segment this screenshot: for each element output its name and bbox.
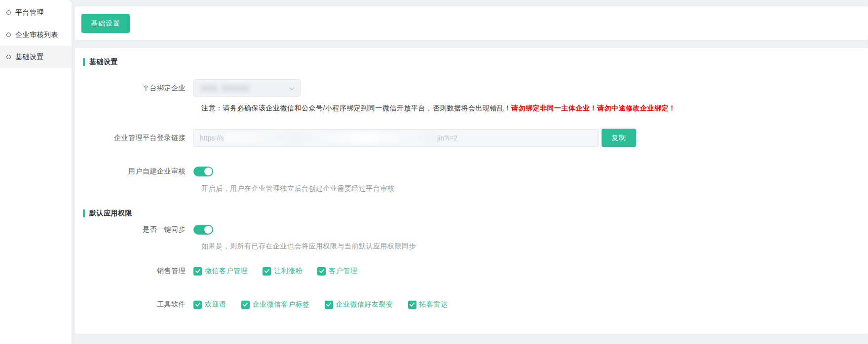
checkbox-customer-management[interactable]: 客户管理	[317, 267, 357, 275]
settings-form-card: 基础设置 平台绑定企业 注意：请务必确保该企业微信和公众号/小程序绑定到同一微信…	[75, 48, 868, 334]
sidebar-item-label: 基础设置	[15, 53, 44, 62]
section-accent-bar	[83, 209, 85, 217]
checkbox-label: 欢迎语	[205, 300, 226, 309]
radio-circle-icon	[6, 33, 11, 37]
row-login-link: 企业管理平台登录链接 https://s jin?i=2 复制	[75, 129, 856, 147]
sync-toggle[interactable]	[193, 225, 213, 235]
checkbox-checked-icon	[408, 301, 416, 309]
checkbox-label: 微信客户管理	[205, 267, 248, 275]
tools-checkbox-group: 欢迎语 企业微信客户标签 企业微信好友裂变	[193, 300, 448, 309]
warning-text-danger: 请勿绑定非同一主体企业！请勿中途修改企业绑定！	[511, 104, 676, 112]
sidebar-item-label: 企业审核列表	[15, 31, 58, 39]
radio-circle-icon	[6, 55, 11, 59]
redacted-value-blob	[222, 85, 249, 92]
section-title-basic: 基础设置	[83, 58, 118, 67]
row-sales-management: 销售管理 微信客户管理 让利涨粉	[75, 266, 856, 276]
checkbox-wecom-friend-fission[interactable]: 企业微信好友裂变	[325, 300, 393, 309]
checkbox-checked-icon	[263, 267, 271, 275]
sales-checkbox-group: 微信客户管理 让利涨粉 客户管理	[193, 267, 357, 275]
checkbox-label: 让利涨粉	[274, 267, 302, 275]
row-one-click-sync: 是否一键同步	[75, 224, 856, 235]
checkbox-checked-icon	[317, 267, 326, 275]
warning-text-normal: 注意：请务必确保该企业微信和公众号/小程序绑定到同一微信开放平台，否则数据将会出…	[201, 104, 511, 112]
checkbox-welcome-message[interactable]: 欢迎语	[193, 300, 226, 309]
checkbox-label: 客户管理	[329, 267, 357, 275]
section-title-permissions: 默认应用权限	[83, 209, 132, 218]
checkbox-customer-radar[interactable]: 拓客雷达	[408, 300, 448, 309]
toggle-knob	[204, 226, 212, 234]
field-label: 用户自建企业审核	[75, 167, 193, 176]
checkbox-wecom-customer-tags[interactable]: 企业微信客户标签	[241, 300, 310, 309]
field-label: 平台绑定企业	[75, 84, 193, 93]
field-label: 工具软件	[75, 300, 193, 309]
audit-toggle[interactable]	[193, 167, 213, 176]
bind-warning-note: 注意：请务必确保该企业微信和公众号/小程序绑定到同一微信开放平台，否则数据将会出…	[201, 104, 856, 113]
field-label: 企业管理平台登录链接	[75, 134, 193, 142]
link-url-prefix: https://s	[200, 134, 224, 142]
audit-help-text: 开启后，用户在企业管理独立后台创建企业需要经过平台审核	[201, 184, 856, 193]
copy-button[interactable]: 复制	[602, 129, 636, 147]
sidebar-item-label: 平台管理	[15, 8, 44, 17]
field-label: 是否一键同步	[75, 225, 193, 234]
sidebar-item-platform-management[interactable]: 平台管理	[0, 1, 72, 24]
checkbox-wechat-customer-management[interactable]: 微信客户管理	[193, 267, 248, 275]
link-url-suffix: jin?i=2	[437, 134, 457, 142]
section-accent-bar	[83, 58, 85, 66]
field-label: 销售管理	[75, 267, 193, 275]
checkbox-checked-icon	[325, 301, 333, 309]
toggle-knob	[204, 168, 212, 175]
tab-basic-settings[interactable]: 基础设置	[81, 14, 130, 33]
sidebar: 平台管理 企业审核列表 基础设置	[0, 0, 72, 344]
section-title-text: 基础设置	[89, 58, 118, 67]
section-title-text: 默认应用权限	[89, 209, 132, 218]
login-link-input[interactable]: https://s jin?i=2	[193, 129, 599, 147]
row-platform-bind-enterprise: 平台绑定企业	[75, 79, 856, 97]
checkbox-checked-icon	[193, 301, 202, 309]
checkbox-label: 企业微信客户标签	[253, 300, 310, 309]
redacted-value-blob	[201, 85, 218, 92]
sidebar-item-enterprise-audit-list[interactable]: 企业审核列表	[0, 24, 72, 46]
redacted-url-blob	[225, 133, 436, 143]
chevron-down-icon	[288, 85, 295, 92]
tab-bar-card: 基础设置	[75, 6, 868, 40]
enterprise-select[interactable]	[193, 79, 301, 97]
sync-help-text: 如果是，则所有已存在企业也会将应用权限与当前默认应用权限同步	[201, 242, 856, 251]
checkbox-profit-fans[interactable]: 让利涨粉	[263, 267, 302, 275]
checkbox-label: 拓客雷达	[419, 300, 448, 309]
checkbox-checked-icon	[241, 301, 250, 309]
main-content: 基础设置 基础设置 平台绑定企业 注意：请务必确保该企业微信和公众号/小程序绑定…	[75, 0, 868, 344]
row-tool-software: 工具软件 欢迎语 企业微信客户标签	[75, 299, 856, 310]
sidebar-item-basic-settings[interactable]: 基础设置	[0, 46, 72, 68]
checkbox-label: 企业微信好友裂变	[336, 300, 393, 309]
radio-circle-icon	[6, 10, 11, 15]
row-user-enterprise-audit: 用户自建企业审核	[75, 166, 856, 177]
checkbox-checked-icon	[193, 267, 202, 275]
